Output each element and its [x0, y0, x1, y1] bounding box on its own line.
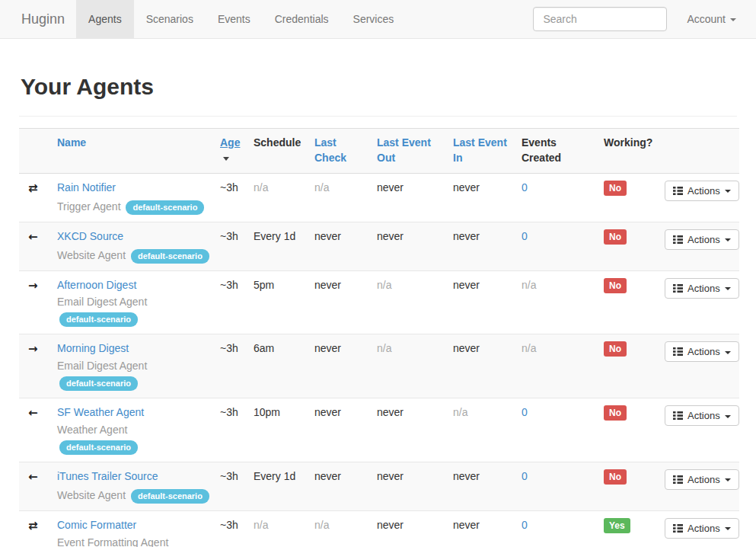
agent-row: ← SF Weather Agent Weather Agent default…	[19, 398, 739, 462]
actions-button-label: Actions	[687, 410, 720, 421]
age-cell: ~3h	[215, 270, 247, 334]
actions-button[interactable]: Actions	[665, 469, 739, 490]
agent-name-link[interactable]: XKCD Source	[57, 230, 123, 242]
actions-button[interactable]: Actions	[665, 278, 739, 299]
agent-subline: Website Agent default-scenario	[57, 247, 209, 264]
last-event-in-cell: never	[447, 510, 515, 547]
brand-logo[interactable]: Huginn	[0, 0, 76, 38]
working-badge: No	[604, 278, 627, 293]
search-input[interactable]	[533, 7, 667, 31]
header-name-link[interactable]: Name	[57, 136, 86, 149]
list-icon	[673, 475, 683, 485]
last-event-in-cell: never	[447, 334, 515, 398]
scenario-badge[interactable]: default-scenario	[59, 440, 138, 455]
scenario-badge[interactable]: default-scenario	[126, 200, 204, 215]
scenario-badge[interactable]: default-scenario	[131, 249, 209, 264]
list-icon	[673, 411, 683, 421]
nav-item-scenarios[interactable]: Scenarios	[134, 0, 206, 38]
agent-type-label: Email Digest Agent	[57, 360, 147, 372]
nav-item-agents[interactable]: Agents	[76, 0, 134, 38]
navbar-menu: AgentsScenariosEventsCredentialsServices	[76, 0, 406, 38]
agent-name-link[interactable]: Morning Digest	[57, 342, 129, 354]
header-last-event-in-cell: Last Event In	[447, 129, 515, 174]
agent-name-link[interactable]: Rain Notifier	[57, 181, 116, 194]
account-dropdown[interactable]: Account	[667, 13, 745, 25]
nav-item-credentials[interactable]: Credentials	[263, 0, 341, 38]
age-cell: ~3h	[215, 334, 247, 398]
chevron-down-icon	[725, 415, 731, 418]
actions-button[interactable]: Actions	[665, 341, 739, 362]
actions-button-label: Actions	[687, 523, 720, 534]
chevron-down-icon	[725, 238, 731, 242]
chevron-down-icon	[725, 351, 731, 354]
last-check-cell: never	[308, 398, 371, 462]
last-event-out-cell: never	[371, 222, 447, 270]
actions-button[interactable]: Actions	[665, 405, 739, 426]
list-icon	[673, 186, 683, 196]
header-age-link[interactable]: Age	[220, 136, 240, 149]
arrow-left-icon: ←	[25, 470, 38, 484]
agent-type-label: Website Agent	[57, 249, 126, 261]
arrow-right-icon: →	[25, 342, 38, 356]
scenario-badge[interactable]: default-scenario	[131, 489, 209, 504]
working-badge: No	[604, 229, 627, 245]
last-check-cell: n/a	[308, 510, 371, 547]
actions-button[interactable]: Actions	[665, 181, 739, 201]
list-icon	[673, 523, 683, 533]
agent-name-link[interactable]: iTunes Trailer Source	[57, 470, 158, 482]
header-last-event-in-link[interactable]: Last Event In	[453, 136, 507, 164]
page-header: Your Agents	[19, 74, 737, 117]
scenario-badge[interactable]: default-scenario	[59, 376, 138, 391]
header-last-event-out-link[interactable]: Last Event Out	[377, 136, 431, 164]
agent-subline: Email Digest Agent default-scenario	[57, 359, 209, 391]
chevron-down-icon	[725, 478, 731, 481]
list-icon	[673, 235, 683, 245]
last-event-in-cell: never	[447, 222, 515, 270]
events-created-cell[interactable]: 0	[515, 173, 598, 222]
events-created-cell: n/a	[515, 334, 598, 398]
last-check-cell: never	[308, 334, 371, 398]
events-created-cell[interactable]: 0	[515, 222, 598, 270]
navbar: Huginn AgentsScenariosEventsCredentialsS…	[0, 0, 756, 39]
header-name-cell: Name	[51, 129, 215, 174]
agent-row: ← iTunes Trailer Source Website Agent de…	[19, 462, 739, 510]
agent-type-label: Email Digest Agent	[57, 296, 147, 308]
nav-item-services[interactable]: Services	[341, 0, 407, 38]
agent-name-link[interactable]: SF Weather Agent	[57, 406, 144, 418]
events-created-cell[interactable]: 0	[515, 398, 598, 462]
nav-item-events[interactable]: Events	[206, 0, 263, 38]
schedule-cell: n/a	[247, 510, 308, 547]
header-working: Working?	[598, 129, 659, 174]
list-icon	[673, 347, 683, 357]
agents-table: Name Age Schedule Last Check Last Event …	[19, 128, 739, 547]
actions-button-label: Actions	[687, 234, 720, 245]
age-cell: ~3h	[215, 173, 247, 222]
actions-button[interactable]: Actions	[665, 229, 739, 250]
scenario-badge[interactable]: default-scenario	[59, 312, 138, 327]
last-event-out-cell: n/a	[371, 270, 447, 334]
last-check-cell: never	[308, 462, 371, 510]
actions-button[interactable]: Actions	[665, 518, 739, 539]
events-created-cell[interactable]: 0	[515, 462, 598, 510]
agents-table-body: ⇄ Rain Notifier Trigger Agent default-sc…	[19, 173, 739, 547]
agent-type-label: Website Agent	[57, 489, 126, 501]
exchange-icon: ⇄	[25, 181, 38, 195]
working-badge: Yes	[604, 518, 630, 533]
header-schedule: Schedule	[247, 129, 308, 174]
header-last-event-out-cell: Last Event Out	[371, 129, 447, 174]
agent-name-link[interactable]: Afternoon Digest	[57, 279, 136, 291]
agent-name-link[interactable]: Comic Formatter	[57, 519, 136, 531]
schedule-cell: 6am	[247, 334, 308, 398]
header-events-created: Events Created	[515, 129, 598, 174]
actions-button-label: Actions	[687, 346, 720, 357]
header-age-cell: Age	[215, 129, 247, 174]
events-created-cell[interactable]: 0	[515, 510, 598, 547]
page-title: Your Agents	[21, 74, 737, 99]
agent-row: ⇄ Rain Notifier Trigger Agent default-sc…	[19, 173, 739, 222]
last-event-out-cell: never	[371, 398, 447, 462]
agent-subline: Weather Agent default-scenario	[57, 423, 209, 455]
sort-descending-icon	[223, 157, 229, 161]
last-check-cell: never	[308, 270, 371, 334]
header-last-check-link[interactable]: Last Check	[314, 136, 346, 164]
schedule-cell: n/a	[247, 173, 308, 222]
